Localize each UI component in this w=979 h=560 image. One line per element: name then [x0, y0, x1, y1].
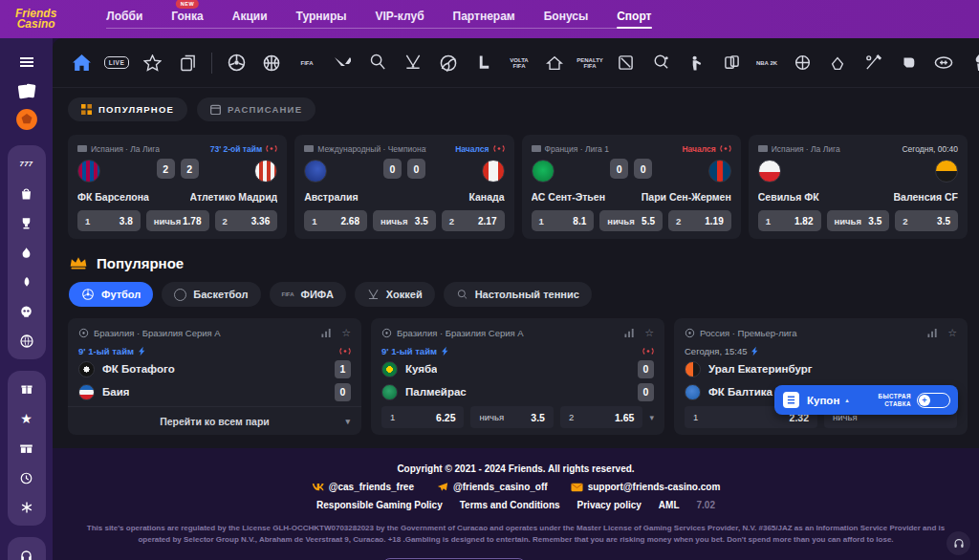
odd-draw[interactable]: ничья3.5 [470, 406, 553, 428]
all-bets-link[interactable]: Перейти ко всем пари ▾ [68, 406, 361, 435]
league-of-legends-icon[interactable] [472, 52, 495, 75]
popular-card-ural-baltika[interactable]: Россия · Премьер-лига ☆ Сегодня, 15:45 У… [674, 318, 968, 435]
match-card-sevilla-valencia[interactable]: Испания · Ла Лига Сегодня, 00:40 Севилья… [749, 135, 968, 239]
slots-777-icon[interactable]: 777 [8, 156, 46, 171]
nav-bonuses[interactable]: Бонусы [544, 10, 589, 23]
history-clock-icon[interactable] [8, 470, 46, 485]
odd-draw[interactable]: ничья3.5 [827, 210, 890, 231]
match-card-australia-canada[interactable]: Международный · Чемпионат мира среди... … [294, 135, 513, 239]
volta-fifa-icon[interactable]: VOLTA FIFA [508, 52, 531, 75]
filter-basketball[interactable]: Баскетбол [162, 282, 260, 307]
odd-away[interactable]: 23.36 [215, 210, 278, 231]
nav-sport[interactable]: Спорт [617, 10, 651, 23]
odd-home[interactable]: 13.8 [77, 210, 141, 231]
results-icon[interactable] [176, 52, 199, 75]
boxing-glove-icon[interactable] [897, 52, 920, 75]
football-icon[interactable] [225, 52, 248, 75]
basketball-24-icon[interactable] [791, 52, 814, 75]
nav-promotions[interactable]: Акции [232, 10, 268, 23]
odd-away[interactable]: 22.17 [442, 210, 505, 231]
filter-fifa[interactable]: FIFA ФИФА [270, 282, 346, 307]
odds-row: 13.8 ничья1.78 23.36 [77, 210, 277, 231]
table-tennis-icon[interactable] [649, 52, 672, 75]
vk-link[interactable]: @cas_friends_free [312, 482, 414, 492]
aml-link[interactable]: AML [659, 500, 680, 510]
rugby-icon[interactable] [932, 52, 955, 75]
odd-home[interactable]: 18.1 [532, 210, 595, 231]
gifts-icon[interactable] [8, 441, 46, 456]
match-card-saintetienne-psg[interactable]: Франция · Лига 1 Начался 0 0 АС Сент-Эть… [522, 135, 741, 239]
stats-icon[interactable] [321, 328, 332, 338]
nav-race[interactable]: Гонка NEW [171, 10, 203, 23]
stats-icon[interactable] [927, 328, 938, 338]
odd-home[interactable]: 12.68 [304, 210, 367, 231]
bonus-gift-icon[interactable] [8, 381, 46, 397]
volleyball-icon[interactable] [437, 52, 460, 75]
favorite-star-icon[interactable]: ☆ [341, 327, 351, 339]
counter-strike-icon[interactable] [685, 52, 707, 75]
skull-game-icon[interactable] [8, 304, 46, 319]
odd-draw[interactable]: ничья3.5 [373, 210, 436, 231]
nav-vip-club[interactable]: VIP-клуб [376, 10, 424, 23]
quick-bet-toggle[interactable]: + [917, 393, 950, 408]
brand-logo[interactable]: Friends Casino [15, 9, 56, 30]
caret-down-icon[interactable]: ▾ [649, 413, 654, 422]
casino-cards-icon[interactable] [8, 76, 46, 105]
valorant-icon[interactable] [331, 52, 354, 75]
favorite-star-icon[interactable]: ☆ [644, 327, 654, 339]
sport-football-icon-active[interactable] [8, 105, 46, 134]
telegram-link[interactable]: @friends_casino_off [437, 482, 548, 492]
live-section-icon[interactable]: LIVE [105, 52, 128, 75]
random-game-icon[interactable] [8, 500, 46, 515]
match-card-barcelona-atletico[interactable]: Испания · Ла Лига 73' 2-ой тайм 2 2 ФК Б… [68, 135, 287, 239]
popular-card-cuiaba-palmeiras[interactable]: Бразилия · Бразилия Серия А ☆ 9' 1-ый та… [371, 318, 664, 435]
hockey-icon[interactable] [402, 52, 424, 75]
odd-draw[interactable]: ничья5.5 [599, 210, 663, 231]
odd-away[interactable]: 21.65 [560, 406, 642, 428]
crash-rocket-icon[interactable] [8, 274, 46, 290]
coupon-bar[interactable]: Купон ▴ БЫСТРАЯ СТАВКА + [774, 385, 958, 415]
favorite-star-icon[interactable]: ☆ [947, 327, 957, 339]
nav-partners[interactable]: Партнерам [453, 10, 515, 23]
filter-table-tennis[interactable]: Настольный теннис [444, 282, 592, 307]
dota-icon[interactable] [614, 52, 637, 75]
fifa-icon[interactable]: FIFA [295, 52, 318, 75]
fut-house-icon[interactable] [543, 52, 566, 75]
sport-globe-icon[interactable] [8, 334, 46, 349]
tab-popular[interactable]: ПОПУЛЯРНОЕ [68, 97, 187, 121]
odd-away[interactable]: 23.5 [895, 210, 958, 231]
home-icon[interactable] [70, 52, 93, 75]
nav-tournaments[interactable]: Турниры [296, 10, 347, 23]
favorites-star-icon[interactable]: ★ [8, 411, 46, 426]
olympics-torch-icon[interactable] [968, 52, 979, 75]
popular-card-botafogo-bahia[interactable]: Бразилия · Бразилия Серия А ☆ 9' 1-ый та… [68, 318, 361, 435]
penalty-fifa-icon[interactable]: PENALTY FIFA [578, 52, 601, 75]
odd-home[interactable]: 16.25 [381, 406, 464, 428]
support-email-link[interactable]: support@friends-casino.com [571, 482, 721, 492]
hamburger-menu-icon[interactable] [8, 48, 46, 76]
odd-home[interactable]: 11.82 [758, 210, 821, 231]
stats-icon[interactable] [624, 328, 635, 338]
fighting-24-icon[interactable] [826, 52, 849, 75]
responsible-gaming-link[interactable]: Responsible Gaming Policy [316, 500, 443, 510]
tab-schedule[interactable]: РАСПИСАНИЕ [197, 97, 315, 121]
baseball-icon[interactable] [861, 52, 884, 75]
team-logo-psg [708, 160, 731, 183]
tournaments-trophy-icon[interactable] [8, 215, 46, 230]
hot-flame-icon[interactable] [8, 245, 46, 260]
odd-away[interactable]: 21.19 [668, 210, 731, 231]
nav-lobby[interactable]: Лобби [106, 10, 142, 23]
filter-football[interactable]: Футбол [69, 282, 153, 307]
filter-hockey[interactable]: Хоккей [355, 282, 435, 307]
games-bag-icon[interactable] [8, 185, 46, 201]
terms-link[interactable]: Terms and Conditions [460, 500, 560, 510]
odd-draw[interactable]: ничья1.78 [146, 210, 209, 231]
favorites-star-icon[interactable] [141, 52, 163, 75]
support-chat-button[interactable] [946, 531, 970, 555]
card-game-24-icon[interactable] [720, 52, 743, 75]
basketball-icon[interactable] [260, 52, 283, 75]
tennis-icon[interactable] [366, 52, 389, 75]
nba2k-icon[interactable]: NBA 2K [755, 52, 778, 75]
privacy-link[interactable]: Privacy policy [577, 500, 642, 510]
support-headphones-icon[interactable] [8, 548, 46, 560]
